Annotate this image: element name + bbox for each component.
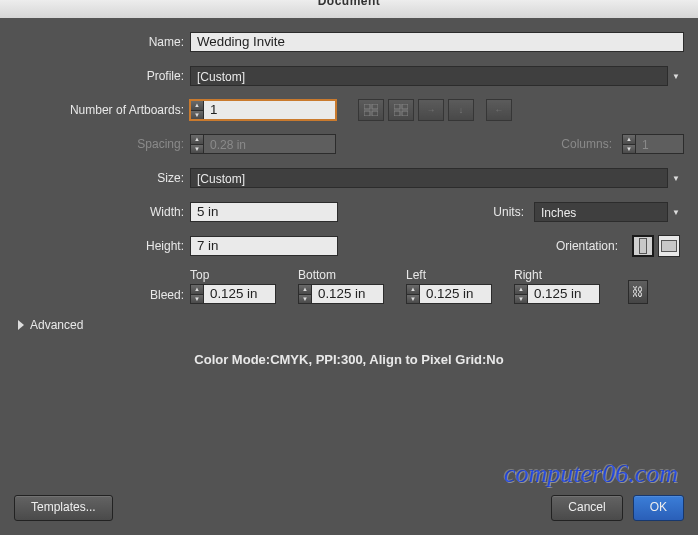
dialog-body: Name: Profile: [Custom] ▼ Number of Artb…	[0, 18, 698, 535]
bleed-left-input[interactable]	[420, 284, 492, 304]
artboards-stepper[interactable]: ▲ ▼	[190, 100, 336, 120]
size-value: [Custom]	[190, 168, 668, 188]
stepper-buttons: ▲ ▼	[190, 134, 204, 154]
ok-button[interactable]: OK	[633, 495, 684, 521]
step-up-icon[interactable]: ▲	[191, 101, 203, 111]
bleed-top-input[interactable]	[204, 284, 276, 304]
chevron-down-icon[interactable]: ▼	[668, 168, 684, 188]
svg-rect-6	[394, 111, 400, 116]
step-down-icon[interactable]: ▼	[407, 295, 419, 304]
link-bleed-icon[interactable]: ⛓	[628, 280, 648, 304]
bleed-top-stepper[interactable]: ▲▼	[190, 284, 276, 304]
chevron-down-icon[interactable]: ▼	[668, 202, 684, 222]
artboards-label: Number of Artboards:	[14, 103, 190, 117]
size-select[interactable]: [Custom] ▼	[190, 168, 684, 188]
advanced-label: Advanced	[30, 318, 83, 332]
arrange-col-icon[interactable]: ↓	[448, 99, 474, 121]
step-down-icon: ▼	[623, 145, 635, 154]
units-select[interactable]: Inches ▼	[534, 202, 684, 222]
new-document-dialog: Document Name: Profile: [Custom] ▼ Numbe…	[0, 0, 698, 535]
svg-rect-1	[372, 104, 378, 109]
step-up-icon: ▲	[191, 135, 203, 145]
height-input[interactable]	[190, 236, 338, 256]
step-up-icon[interactable]: ▲	[299, 285, 311, 295]
svg-rect-4	[394, 104, 400, 109]
orientation-landscape-icon[interactable]	[658, 235, 680, 257]
profile-select[interactable]: [Custom] ▼	[190, 66, 684, 86]
advanced-toggle[interactable]: Advanced	[18, 318, 684, 332]
bleed-right-stepper[interactable]: ▲▼	[514, 284, 600, 304]
bleed-group: Top ▲▼ Bottom ▲▼ Left ▲▼	[190, 268, 648, 304]
stepper-buttons[interactable]: ▲ ▼	[190, 100, 204, 120]
orientation-label: Orientation:	[556, 239, 624, 253]
spacing-label: Spacing:	[14, 137, 190, 151]
profile-value: [Custom]	[190, 66, 668, 86]
bleed-right-label: Right	[514, 268, 600, 282]
spacing-input: 0.28 in	[204, 134, 336, 154]
columns-label: Columns:	[561, 137, 618, 151]
step-up-icon[interactable]: ▲	[407, 285, 419, 295]
svg-rect-7	[402, 111, 408, 116]
dialog-titlebar[interactable]: Document	[0, 0, 698, 18]
bleed-left-stepper[interactable]: ▲▼	[406, 284, 492, 304]
bleed-bottom-input[interactable]	[312, 284, 384, 304]
columns-stepper: ▲ ▼ 1	[622, 134, 684, 154]
chevron-down-icon[interactable]: ▼	[668, 66, 684, 86]
width-input[interactable]	[190, 202, 338, 222]
bleed-label: Bleed:	[14, 288, 190, 304]
columns-input: 1	[636, 134, 684, 154]
arrange-rtl-icon[interactable]: ←	[486, 99, 512, 121]
step-down-icon: ▼	[191, 145, 203, 154]
bleed-top-label: Top	[190, 268, 276, 282]
bleed-right-input[interactable]	[528, 284, 600, 304]
arrange-row-icon[interactable]: →	[418, 99, 444, 121]
bleed-left-label: Left	[406, 268, 492, 282]
svg-rect-0	[364, 104, 370, 109]
width-label: Width:	[14, 205, 190, 219]
stepper-buttons: ▲ ▼	[622, 134, 636, 154]
bleed-bottom-stepper[interactable]: ▲▼	[298, 284, 384, 304]
size-label: Size:	[14, 171, 190, 185]
step-down-icon[interactable]: ▼	[299, 295, 311, 304]
dialog-footer: Templates... Cancel OK	[0, 485, 698, 535]
templates-button[interactable]: Templates...	[14, 495, 113, 521]
svg-rect-5	[402, 104, 408, 109]
step-down-icon[interactable]: ▼	[191, 111, 203, 120]
name-label: Name:	[14, 35, 190, 49]
orientation-portrait-icon[interactable]	[632, 235, 654, 257]
svg-rect-2	[364, 111, 370, 116]
bleed-bottom-label: Bottom	[298, 268, 384, 282]
units-label: Units:	[493, 205, 530, 219]
mode-summary: Color Mode:CMYK, PPI:300, Align to Pixel…	[14, 352, 684, 367]
cancel-button[interactable]: Cancel	[551, 495, 622, 521]
step-down-icon[interactable]: ▼	[515, 295, 527, 304]
name-input[interactable]	[190, 32, 684, 52]
step-up-icon[interactable]: ▲	[191, 285, 203, 295]
units-value: Inches	[534, 202, 668, 222]
height-label: Height:	[14, 239, 190, 253]
profile-label: Profile:	[14, 69, 190, 83]
step-up-icon[interactable]: ▲	[515, 285, 527, 295]
spacing-stepper: ▲ ▼ 0.28 in	[190, 134, 336, 154]
svg-rect-3	[372, 111, 378, 116]
step-up-icon: ▲	[623, 135, 635, 145]
step-down-icon[interactable]: ▼	[191, 295, 203, 304]
artboards-input[interactable]	[204, 100, 336, 120]
grid-by-col-icon[interactable]	[388, 99, 414, 121]
grid-by-row-icon[interactable]	[358, 99, 384, 121]
disclosure-triangle-icon	[18, 320, 24, 330]
